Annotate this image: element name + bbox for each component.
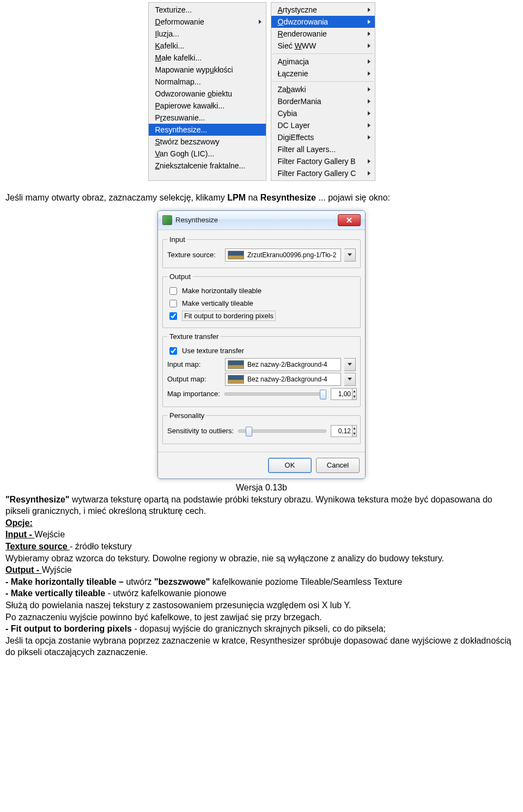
chk-h-tileable[interactable]: Make horizontally tileable bbox=[167, 286, 356, 296]
version-label: Wersja 0.13b bbox=[0, 481, 523, 493]
description-block: "Resynthesize" wytwarza teksturę opartą … bbox=[0, 493, 523, 664]
menu-item-laczenie[interactable]: Łączenie bbox=[271, 68, 375, 80]
menu-item-odwzorowanie-obiektu[interactable]: Odwzorowanie obiektu bbox=[149, 88, 266, 100]
slider-handle[interactable] bbox=[320, 390, 326, 399]
legend-output: Output bbox=[167, 272, 193, 281]
menu-item-texturize[interactable]: Texturize... bbox=[149, 4, 266, 16]
fieldset-personality: Personality Sensitivity to outliers: ▲▼ bbox=[162, 411, 361, 444]
menu-item-renderowanie[interactable]: Renderowanie bbox=[271, 28, 375, 40]
menu-item-filter-all[interactable]: Filter all Layers... bbox=[271, 143, 375, 155]
submenu-right: ArtystyczneOdwzorowaniaRenderowanieSieć … bbox=[271, 2, 375, 181]
dialog-title: Resynthesize bbox=[175, 216, 338, 224]
chevron-up-icon[interactable]: ▲ bbox=[352, 426, 356, 431]
texture-source-value: ZrzutEkranu00996.png-1/Tło-2 bbox=[247, 251, 336, 259]
menu-item-mapowanie[interactable]: Mapowanie wypukłości bbox=[149, 64, 266, 76]
menu-item-przesuwanie[interactable]: Przesuwanie... bbox=[149, 112, 266, 124]
ok-button[interactable]: OK bbox=[268, 458, 312, 473]
sensitivity-label: Sensitivity to outliers: bbox=[167, 427, 234, 435]
chevron-down-icon[interactable] bbox=[344, 358, 356, 371]
dialog-titlebar[interactable]: Resynthesize bbox=[158, 211, 365, 230]
menu-item-resynthesize[interactable]: Resynthesize... bbox=[149, 124, 266, 136]
output-map-combo[interactable]: Bez nazwy-2/Background-4 bbox=[225, 373, 341, 386]
menu-item-dc-layer[interactable]: DC Layer bbox=[271, 119, 375, 131]
output-map-label: Output map: bbox=[167, 375, 222, 383]
close-icon[interactable] bbox=[338, 214, 361, 226]
chevron-down-icon[interactable]: ▼ bbox=[352, 431, 356, 437]
menu-separator bbox=[272, 53, 374, 54]
sensitivity-spinner[interactable]: ▲▼ bbox=[331, 425, 356, 437]
texture-source-label: Texture source: bbox=[167, 251, 222, 259]
texture-source-combo[interactable]: ZrzutEkranu00996.png-1/Tło-2 bbox=[225, 249, 341, 262]
menu-item-digieffects[interactable]: DigiEffects bbox=[271, 131, 375, 143]
app-icon bbox=[162, 215, 172, 225]
submenu-left: Texturize...DeformowanieIluzja...Kafelki… bbox=[148, 2, 266, 181]
menu-item-papierowe[interactable]: Papierowe kawałki... bbox=[149, 100, 266, 112]
map-importance-spinner[interactable]: ▲▼ bbox=[331, 388, 356, 400]
chevron-down-icon[interactable]: ▼ bbox=[352, 394, 356, 399]
sensitivity-slider[interactable] bbox=[238, 429, 326, 433]
input-map-value: Bez nazwy-2/Background-4 bbox=[247, 361, 327, 368]
menu-item-male-kafelki[interactable]: Małe kafelki... bbox=[149, 52, 266, 64]
menu-item-kafelki[interactable]: Kafelki... bbox=[149, 40, 266, 52]
thumbnail-icon bbox=[228, 251, 244, 259]
input-map-label: Input map: bbox=[167, 360, 222, 368]
output-map-value: Bez nazwy-2/Background-4 bbox=[247, 375, 327, 383]
menu-item-ffgc[interactable]: Filter Factory Gallery C bbox=[271, 167, 375, 179]
menu-item-zabawki[interactable]: Zabawki bbox=[271, 83, 375, 95]
thumbnail-icon bbox=[228, 375, 244, 384]
menu-item-artystyczne[interactable]: Artystyczne bbox=[271, 4, 375, 16]
thumbnail-icon bbox=[228, 360, 244, 369]
slider-handle[interactable] bbox=[246, 427, 252, 437]
cancel-button[interactable]: Cancel bbox=[316, 458, 360, 473]
legend-personality: Personality bbox=[167, 411, 206, 420]
menu-item-iluzja[interactable]: Iluzja... bbox=[149, 28, 266, 40]
menu-item-siec-www[interactable]: Sieć WWW bbox=[271, 40, 375, 52]
menu-item-cybia[interactable]: Cybia bbox=[271, 107, 375, 119]
menu-item-znieksztalcenie[interactable]: Zniekształcenie fraktalne... bbox=[149, 160, 266, 172]
chk-v-tileable[interactable]: Make vertically tileable bbox=[167, 298, 356, 309]
legend-transfer: Texture transfer bbox=[167, 332, 221, 341]
map-importance-slider[interactable] bbox=[224, 392, 326, 396]
fieldset-output: Output Make horizontally tileable Make v… bbox=[162, 272, 361, 328]
legend-input: Input bbox=[167, 235, 187, 244]
menu-item-deformowanie[interactable]: Deformowanie bbox=[149, 16, 266, 28]
menu-item-bezszwowy[interactable]: Stwórz bezszwowy bbox=[149, 136, 266, 148]
fieldset-texture-transfer: Texture transfer Use texture transfer In… bbox=[162, 332, 361, 407]
menu-item-bordermania[interactable]: BorderMania bbox=[271, 95, 375, 107]
chevron-up-icon[interactable]: ▲ bbox=[352, 389, 356, 394]
menu-screenshot: Texturize...DeformowanieIluzja...Kafelki… bbox=[0, 0, 523, 181]
paragraph-intro: Jeśli mamy otwarty obraz, zaznaczamy sel… bbox=[0, 181, 523, 207]
menu-item-ffgb[interactable]: Filter Factory Gallery B bbox=[271, 155, 375, 167]
fieldset-input: Input Texture source: ZrzutEkranu00996.p… bbox=[162, 235, 361, 268]
chk-fit-output[interactable]: Fit output to bordering pixels bbox=[167, 311, 356, 322]
input-map-combo[interactable]: Bez nazwy-2/Background-4 bbox=[225, 358, 341, 371]
map-importance-label: Map importance: bbox=[167, 390, 220, 398]
chk-use-transfer[interactable]: Use texture transfer bbox=[167, 346, 356, 356]
chevron-down-icon[interactable] bbox=[344, 373, 356, 386]
menu-item-normalmap[interactable]: Normalmap... bbox=[149, 76, 266, 88]
menu-item-animacja[interactable]: Animacja bbox=[271, 56, 375, 68]
chevron-down-icon[interactable] bbox=[344, 249, 356, 262]
resynthesize-dialog: Resynthesize Input Texture source: Zrzut… bbox=[157, 210, 366, 479]
menu-item-van-gogh[interactable]: Van Gogh (LIC)... bbox=[149, 148, 266, 160]
menu-item-odwzorowania[interactable]: Odwzorowania bbox=[271, 16, 375, 28]
menu-separator bbox=[272, 81, 374, 82]
